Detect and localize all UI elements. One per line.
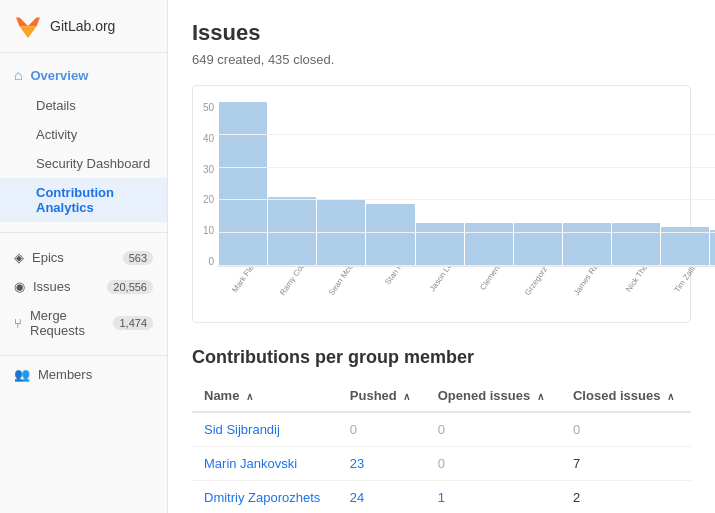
sidebar-item-activity[interactable]: Activity	[0, 120, 167, 149]
bar-col	[416, 102, 464, 266]
merge-requests-icon: ⑂	[14, 316, 22, 331]
y-label-0: 0	[209, 256, 215, 267]
x-axis-label: Ramy Coutable	[278, 267, 317, 297]
opened-sort-arrow: ∧	[537, 391, 544, 402]
col-name[interactable]: Name ∧	[192, 380, 338, 412]
row-name[interactable]: Marin Jankovski	[192, 447, 338, 481]
sidebar-item-members[interactable]: 👥 Members	[0, 360, 167, 389]
x-axis-label: Sean McGivern	[327, 267, 366, 297]
pushed-sort-arrow: ∧	[403, 391, 410, 402]
chart-bar	[317, 200, 365, 266]
sidebar-item-epics[interactable]: ◈ Epics 563	[0, 243, 167, 272]
y-label-20: 20	[203, 194, 214, 205]
chart-bar	[612, 223, 660, 266]
chart-bar	[661, 227, 709, 266]
chart-bar	[514, 223, 562, 266]
row-pushed: 23	[338, 447, 426, 481]
col-pushed[interactable]: Pushed ∧	[338, 380, 426, 412]
bar-col	[563, 102, 611, 266]
y-label-30: 30	[203, 164, 214, 175]
chart-bar	[416, 223, 464, 266]
sidebar-overview-header[interactable]: ⌂ Overview	[0, 59, 167, 91]
merge-requests-badge: 1,474	[113, 316, 153, 330]
issues-icon: ◉	[14, 279, 25, 294]
sidebar-overview-label: Overview	[30, 68, 88, 83]
col-closed[interactable]: Closed issues ∧	[561, 380, 691, 412]
table-row: Marin Jankovski2307	[192, 447, 691, 481]
row-pushed: 24	[338, 481, 426, 514]
row-pushed: 0	[338, 412, 426, 447]
row-closed: 0	[561, 412, 691, 447]
chart-bar	[563, 223, 611, 266]
row-name[interactable]: Dmitriy Zaporozhets	[192, 481, 338, 514]
row-closed: 2	[561, 481, 691, 514]
x-axis-label: Mark Flesche	[231, 267, 266, 294]
table-row: Dmitriy Zaporozhets2412	[192, 481, 691, 514]
chart-bar	[710, 230, 715, 266]
bar-col	[465, 102, 513, 266]
closed-sort-arrow: ∧	[667, 391, 674, 402]
contributions-table: Name ∧ Pushed ∧ Opened issues ∧ Closed i…	[192, 380, 691, 513]
x-axis-label: Nick Thomas	[624, 267, 658, 294]
x-axis-label: Tim Zallmann	[673, 267, 708, 294]
chart-bar	[366, 204, 414, 266]
sidebar-item-details[interactable]: Details	[0, 91, 167, 120]
sidebar-item-issues[interactable]: ◉ Issues 20,556	[0, 272, 167, 301]
y-label-40: 40	[203, 133, 214, 144]
sidebar-nav-section: ◈ Epics 563 ◉ Issues 20,556 ⑂ Merge Requ…	[0, 237, 167, 351]
bar-col	[661, 102, 709, 266]
sidebar-item-contribution-analytics[interactable]: Contribution Analytics	[0, 178, 167, 222]
page-title: Issues	[192, 20, 691, 46]
sidebar-logo-text: GitLab.org	[50, 18, 115, 34]
col-opened[interactable]: Opened issues ∧	[426, 380, 561, 412]
chart-bar	[465, 223, 513, 266]
sidebar-divider-2	[0, 355, 167, 356]
sidebar-overview-section: ⌂ Overview Details Activity Security Das…	[0, 53, 167, 228]
sidebar: GitLab.org ⌂ Overview Details Activity S…	[0, 0, 168, 513]
chart-bar	[219, 102, 267, 266]
epics-icon: ◈	[14, 250, 24, 265]
sidebar-logo[interactable]: GitLab.org	[0, 0, 167, 53]
y-label-10: 10	[203, 225, 214, 236]
table-row: Sid Sijbrandij000	[192, 412, 691, 447]
sidebar-item-merge-requests[interactable]: ⑂ Merge Requests 1,474	[0, 301, 167, 345]
bar-col	[366, 102, 414, 266]
x-axis-label: Stan Hu	[383, 267, 407, 286]
page-subtitle: 649 created, 435 closed.	[192, 52, 691, 67]
y-label-50: 50	[203, 102, 214, 113]
row-closed: 7	[561, 447, 691, 481]
sidebar-item-security-dashboard[interactable]: Security Dashboard	[0, 149, 167, 178]
bar-col	[317, 102, 365, 266]
gitlab-logo	[14, 12, 42, 40]
x-axis-label: Grzegorz Bizon	[523, 267, 562, 297]
bar-col	[514, 102, 562, 266]
row-opened: 0	[426, 447, 561, 481]
issues-badge: 20,556	[107, 280, 153, 294]
x-axis-label: Clement He	[478, 267, 510, 292]
row-opened: 1	[426, 481, 561, 514]
main-content: Issues 649 created, 435 closed. 50 40 30…	[168, 0, 715, 513]
members-icon: 👥	[14, 367, 30, 382]
sidebar-divider-1	[0, 232, 167, 233]
bar-col	[710, 102, 715, 266]
row-name[interactable]: Sid Sijbrandij	[192, 412, 338, 447]
home-icon: ⌂	[14, 67, 22, 83]
issues-chart: 50 40 30 20 10 0	[192, 85, 691, 323]
row-opened: 0	[426, 412, 561, 447]
x-axis-label: James Ramsay	[572, 267, 611, 297]
bar-col	[612, 102, 660, 266]
bar-col	[219, 102, 267, 266]
epics-badge: 563	[123, 251, 153, 265]
contributions-title: Contributions per group member	[192, 347, 691, 368]
x-axis-label: Jason Lenny	[428, 267, 461, 293]
bar-col	[268, 102, 316, 266]
name-sort-arrow: ∧	[246, 391, 253, 402]
chart-bar	[268, 197, 316, 266]
